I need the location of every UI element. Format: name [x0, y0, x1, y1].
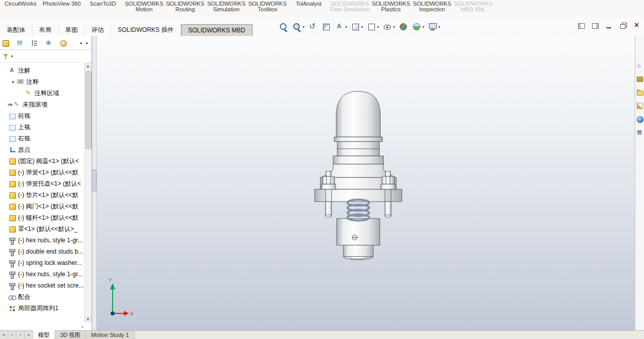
command-tab[interactable]: 装配体	[0, 24, 32, 36]
addin-button[interactable]: ScanTo3D	[82, 0, 123, 7]
addin-button[interactable]: SOLIDWORKS Simulation	[206, 0, 247, 12]
tree-item[interactable]: 上视	[0, 121, 85, 133]
tree-item[interactable]: (-) double end studs b...	[0, 246, 85, 257]
dropdown-caret-icon[interactable]: ▾	[302, 25, 305, 29]
tab-scroll-button[interactable]: «	[0, 331, 8, 339]
resources-icon[interactable]	[636, 62, 643, 69]
restore-icon[interactable]	[619, 22, 627, 30]
tab-scroll-button[interactable]: ›	[16, 331, 25, 339]
tree-item[interactable]: (固定) 阀盖<1> (默认<	[0, 155, 85, 167]
tree-item-label: 注释区域	[34, 89, 59, 98]
triad-y-label: Y	[109, 277, 112, 282]
command-tab[interactable]: 布局	[32, 24, 59, 36]
tree-item[interactable]: 注释区域	[0, 87, 85, 99]
panel-splitter[interactable]	[92, 36, 97, 331]
view-toolbar-button[interactable]: ▾	[334, 21, 348, 32]
tree-item[interactable]: (-) 弹簧托盘<1> (默认<	[0, 178, 85, 189]
command-tab[interactable]: 草图	[59, 24, 85, 36]
dropdown-caret-icon[interactable]: ▾	[393, 25, 395, 29]
tree-item[interactable]: (-) hex nuts, style 1-gr...	[0, 269, 85, 280]
tab-scroll-button[interactable]: »	[25, 331, 33, 339]
dropdown-caret-icon[interactable]: ▾	[345, 25, 347, 29]
view-toolbar-button[interactable]: ▾	[411, 21, 425, 32]
study-tab[interactable]: 3D 视图	[55, 331, 86, 339]
addin-button[interactable]: SOLIDWORKS MBD SNL	[453, 0, 494, 12]
appearances-icon[interactable]	[636, 115, 643, 123]
view-toolbar-button[interactable]: ▾	[366, 21, 380, 32]
view-toolbar-button[interactable]: ▾	[382, 21, 396, 32]
tree-item[interactable]: (-) hex socket set scre...	[0, 280, 85, 291]
tree-item[interactable]: 配合	[0, 291, 85, 302]
custom-properties-icon[interactable]	[636, 129, 643, 136]
featuremanager-tab-icon[interactable]	[2, 39, 9, 47]
manager-nav-prev-icon[interactable]: ◄	[79, 41, 82, 45]
dropdown-caret-icon[interactable]: ▾	[438, 25, 440, 29]
view-toolbar-button[interactable]: ▾	[350, 21, 364, 32]
tab-scroll-button[interactable]: ‹	[8, 331, 16, 339]
tree-overflow-arrow[interactable]: ›	[82, 324, 83, 330]
splitter-grip[interactable]	[92, 170, 97, 191]
graphics-viewport[interactable]: Y X	[97, 36, 635, 331]
view-toolbar-button[interactable]: ▾	[427, 21, 441, 32]
dropdown-caret-icon[interactable]: ▾	[422, 25, 424, 29]
tree-item[interactable]: 局部圆周阵列1	[0, 302, 85, 314]
tree-item[interactable]: 原点	[0, 144, 85, 155]
filter-caret-icon[interactable]: ▾	[11, 54, 13, 59]
command-tab[interactable]: SOLIDWORKS 插件	[111, 24, 181, 36]
addin-button[interactable]: SOLIDWORKS Motion	[123, 0, 165, 12]
tree-item[interactable]: (-) 垫片<1> (默认<<默	[0, 189, 85, 201]
model-canvas[interactable]: Y X	[97, 36, 635, 331]
dropdown-caret-icon[interactable]: ▾	[361, 25, 363, 29]
tree-item[interactable]: ▼ 注释	[0, 76, 85, 87]
dimxpertmanager-tab-icon[interactable]	[45, 39, 52, 47]
addin-button[interactable]: SOLIDWORKS Toolbox	[247, 0, 288, 12]
design-library-icon[interactable]	[636, 75, 643, 83]
study-tab[interactable]: 模型	[33, 330, 55, 339]
tree-item[interactable]: 注解	[0, 65, 85, 76]
addin-button[interactable]: CircuitWorks	[0, 0, 41, 7]
expander-icon[interactable]: ▼	[10, 80, 16, 84]
command-tab[interactable]: 评估	[85, 24, 111, 36]
view-palette-icon[interactable]	[636, 102, 643, 110]
view-toolbar-button[interactable]: ▾	[307, 21, 318, 32]
tree-item[interactable]: (-) hex nuts, style 1-gr...	[0, 235, 85, 246]
view-toolbar-button[interactable]: ▾	[291, 21, 305, 32]
valve-assembly-model[interactable]	[315, 92, 402, 260]
tree-item[interactable]: 前视	[0, 110, 85, 121]
view-toolbar-button[interactable]: ▾	[278, 21, 289, 32]
dropdown-caret-icon[interactable]: ▾	[377, 25, 379, 29]
scroll-up-icon[interactable]: ▲	[85, 63, 91, 69]
addin-button[interactable]: SOLIDWORKS Plastics	[370, 0, 412, 12]
tree-item[interactable]: (-) 弹簧<1> (默认<<默	[0, 167, 85, 178]
pane-right-icon[interactable]	[591, 22, 599, 30]
command-tab[interactable]: SOLIDWORKS MBD	[181, 24, 253, 36]
model-cap	[336, 92, 381, 137]
pane-left-icon[interactable]	[577, 22, 585, 30]
addin-button[interactable]: SOLIDWORKS Inspection	[412, 0, 453, 12]
model-spring[interactable]	[348, 200, 369, 221]
tree-item[interactable]: 右视	[0, 133, 85, 144]
tree-item[interactable]: (-) spring lock washer...	[0, 257, 85, 269]
configurationmanager-tab-icon[interactable]	[30, 39, 38, 47]
tree-item[interactable]: ⇒ 未指派项	[0, 99, 85, 110]
displaymanager-tab-icon[interactable]	[59, 39, 67, 47]
scroll-down-icon[interactable]: ▼	[85, 316, 91, 323]
addin-button[interactable]: SOLIDWORKS Flow Simulation	[329, 0, 370, 12]
propertymanager-tab-icon[interactable]	[16, 39, 24, 47]
tree-scrollbar[interactable]: ▲ ▼	[84, 63, 92, 323]
tree-item[interactable]: (-) 阀门<1> (默认<<默	[0, 201, 85, 212]
tree-item[interactable]: 罩<1> (默认<<默认>_	[0, 223, 85, 235]
study-tab[interactable]: Motion Study 1	[86, 331, 134, 339]
tree-item[interactable]: (-) 螺杆<1> (默认<<默	[0, 212, 85, 223]
filter-icon[interactable]	[2, 52, 10, 60]
scrollbar-thumb[interactable]	[85, 71, 92, 149]
view-toolbar-button[interactable]: ▾	[320, 21, 332, 32]
addin-button[interactable]: PhotoView 360	[41, 0, 82, 7]
file-explorer-icon[interactable]	[636, 88, 643, 96]
addin-button[interactable]: TolAnalyst	[288, 0, 329, 7]
view-toolbar-button[interactable]: ▾	[398, 21, 409, 32]
minimize-icon[interactable]	[605, 22, 613, 30]
close-icon[interactable]	[633, 22, 641, 30]
addin-button[interactable]: SOLIDWORKS Routing	[165, 0, 206, 12]
manager-nav-next-icon[interactable]: ►	[85, 41, 89, 45]
